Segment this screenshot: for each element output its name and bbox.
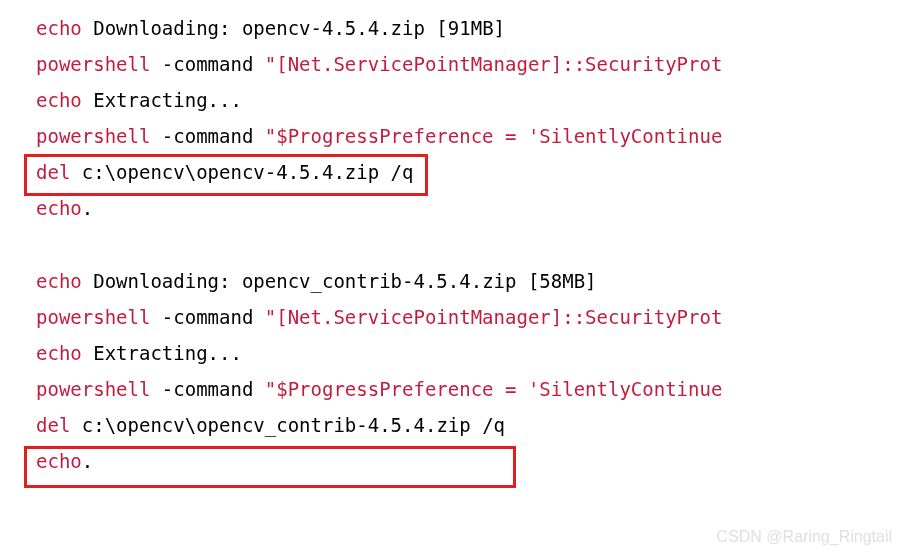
keyword-echo: echo [36,17,82,39]
code-text: . [82,197,93,219]
code-text: -command [150,125,264,147]
code-line: echo Extracting... [36,82,902,118]
code-text: Extracting... [82,89,242,111]
keyword-powershell: powershell [36,53,150,75]
code-text: Downloading: opencv-4.5.4.zip [91MB] [82,17,505,39]
keyword-del: del [36,414,70,436]
code-text: -command [150,53,264,75]
code-text: -command [150,378,264,400]
code-text: c:\opencv\opencv_contrib-4.5.4.zip /q [70,414,505,436]
code-line: echo Extracting... [36,335,902,371]
keyword-powershell: powershell [36,306,150,328]
code-string: "$ProgressPreference = 'SilentlyContinue [265,125,723,147]
code-line: powershell -command "[Net.ServicePointMa… [36,299,902,335]
code-line: del c:\opencv\opencv_contrib-4.5.4.zip /… [36,407,902,443]
code-string: "[Net.ServicePointManager]::SecurityProt [265,306,723,328]
code-text: Downloading: opencv_contrib-4.5.4.zip [5… [82,270,597,292]
keyword-del: del [36,161,70,183]
code-text: c:\opencv\opencv-4.5.4.zip /q [70,161,413,183]
blank-line [36,227,902,263]
keyword-echo: echo [36,197,82,219]
code-string: "[Net.ServicePointManager]::SecurityProt [265,53,723,75]
code-block: echo Downloading: opencv-4.5.4.zip [91MB… [36,10,902,479]
code-line: powershell -command "$ProgressPreference… [36,371,902,407]
keyword-echo: echo [36,270,82,292]
code-line: echo Downloading: opencv-4.5.4.zip [91MB… [36,10,902,46]
keyword-powershell: powershell [36,125,150,147]
code-text: Extracting... [82,342,242,364]
code-line: echo. [36,190,902,226]
code-line: powershell -command "[Net.ServicePointMa… [36,46,902,82]
code-line: powershell -command "$ProgressPreference… [36,118,902,154]
code-line: del c:\opencv\opencv-4.5.4.zip /q [36,154,902,190]
code-string: "$ProgressPreference = 'SilentlyContinue [265,378,723,400]
code-line: echo Downloading: opencv_contrib-4.5.4.z… [36,263,902,299]
code-text: -command [150,306,264,328]
code-text: . [82,450,93,472]
keyword-echo: echo [36,450,82,472]
keyword-echo: echo [36,342,82,364]
watermark: CSDN @Raring_Ringtail [717,522,892,552]
keyword-echo: echo [36,89,82,111]
code-line: echo. [36,443,902,479]
keyword-powershell: powershell [36,378,150,400]
